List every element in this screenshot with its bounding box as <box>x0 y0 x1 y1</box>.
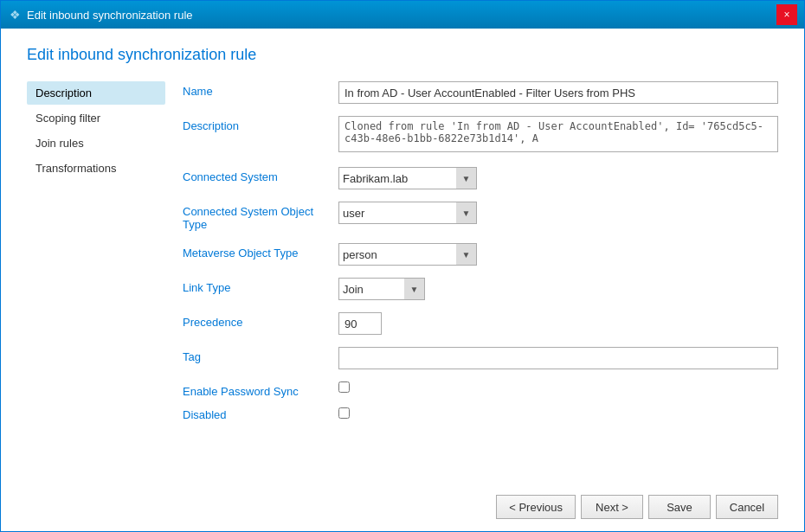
enable-password-sync-label: Enable Password Sync <box>183 385 338 398</box>
main-body: Description Scoping filter Join rules Tr… <box>27 81 778 472</box>
disabled-label: Disabled <box>183 408 338 421</box>
checkboxes-labels: Enable Password Sync Disabled <box>183 381 338 421</box>
cs-object-type-row: Connected System Object Type user ▼ <box>183 202 778 231</box>
sidebar-item-transformations[interactable]: Transformations <box>27 157 165 180</box>
link-type-row: Link Type Join Provision ▼ <box>183 278 778 300</box>
connected-system-select-wrapper: Fabrikam.lab ▼ <box>338 167 477 189</box>
form-area: Name Description Cloned from rule 'In fr… <box>165 81 778 472</box>
mv-object-type-select-wrapper: person ▼ <box>338 243 477 266</box>
footer: < Previous Next > Save Cancel <box>1 486 804 531</box>
mv-object-type-control: person ▼ <box>338 243 778 266</box>
tag-input[interactable] <box>338 347 778 369</box>
cs-object-type-select-wrapper: user ▼ <box>338 202 477 224</box>
sidebar: Description Scoping filter Join rules Tr… <box>27 81 165 472</box>
enable-password-sync-checkbox[interactable] <box>338 381 350 393</box>
connected-system-control: Fabrikam.lab ▼ <box>338 167 778 189</box>
description-row: Description Cloned from rule 'In from AD… <box>183 116 778 155</box>
mv-object-type-select[interactable]: person <box>338 243 477 266</box>
sidebar-item-scoping-filter[interactable]: Scoping filter <box>27 106 165 130</box>
description-label: Description <box>183 116 338 132</box>
mv-object-type-label: Metaverse Object Type <box>183 243 338 260</box>
disabled-checkbox[interactable] <box>338 407 350 419</box>
link-type-label: Link Type <box>183 278 338 294</box>
main-window: ❖ Edit inbound synchronization rule × Ed… <box>0 0 805 532</box>
precedence-row: Precedence <box>183 312 778 335</box>
sidebar-item-description[interactable]: Description <box>27 81 165 105</box>
save-button[interactable]: Save <box>648 495 711 519</box>
content-area: Edit inbound synchronization rule Descri… <box>1 29 804 486</box>
name-control <box>338 81 778 104</box>
cs-object-type-control: user ▼ <box>338 202 778 224</box>
connected-system-select[interactable]: Fabrikam.lab <box>338 167 477 189</box>
next-button[interactable]: Next > <box>581 495 643 519</box>
connected-system-row: Connected System Fabrikam.lab ▼ <box>183 167 778 189</box>
name-input[interactable] <box>338 81 778 104</box>
close-button[interactable]: × <box>776 4 797 25</box>
tag-row: Tag <box>183 347 778 369</box>
precedence-control <box>338 312 778 335</box>
tag-label: Tag <box>183 347 338 363</box>
precedence-label: Precedence <box>183 312 338 329</box>
link-type-select-wrapper: Join Provision ▼ <box>338 278 425 300</box>
cs-object-type-label: Connected System Object Type <box>183 202 338 231</box>
link-type-select[interactable]: Join Provision <box>338 278 425 300</box>
window-title: Edit inbound synchronization rule <box>27 9 193 22</box>
page-title: Edit inbound synchronization rule <box>27 46 778 64</box>
checkboxes-controls <box>338 381 778 421</box>
description-control: Cloned from rule 'In from AD - User Acco… <box>338 116 778 155</box>
name-label: Name <box>183 81 338 98</box>
description-input[interactable]: Cloned from rule 'In from AD - User Acco… <box>338 116 778 152</box>
checkboxes-row: Enable Password Sync Disabled <box>183 381 778 421</box>
window-icon: ❖ <box>8 8 22 22</box>
previous-button[interactable]: < Previous <box>496 495 576 519</box>
tag-control <box>338 347 778 369</box>
link-type-control: Join Provision ▼ <box>338 278 778 300</box>
name-row: Name <box>183 81 778 104</box>
cancel-button[interactable]: Cancel <box>716 495 778 519</box>
title-bar: ❖ Edit inbound synchronization rule × <box>1 1 804 29</box>
precedence-input[interactable] <box>338 312 382 335</box>
connected-system-label: Connected System <box>183 167 338 183</box>
sidebar-item-join-rules[interactable]: Join rules <box>27 131 165 155</box>
title-bar-left: ❖ Edit inbound synchronization rule <box>8 8 193 22</box>
mv-object-type-row: Metaverse Object Type person ▼ <box>183 243 778 266</box>
cs-object-type-select[interactable]: user <box>338 202 477 224</box>
